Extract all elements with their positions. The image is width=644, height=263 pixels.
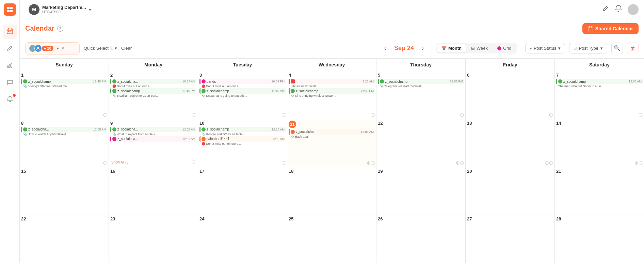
trash-button[interactable]: 🗑 bbox=[627, 43, 639, 54]
export-icon-3[interactable]: ⬡ bbox=[281, 112, 286, 118]
date-14: 14 bbox=[556, 121, 643, 126]
export-icon-11[interactable]: ⬡ bbox=[371, 160, 375, 166]
compose-header-icon[interactable] bbox=[602, 5, 609, 14]
add-icon-13[interactable]: ⊕ bbox=[545, 160, 549, 166]
event-8-1[interactable]: z_socialcha... 12:05 AM bbox=[21, 127, 107, 132]
export-icon-10[interactable]: ⬡ bbox=[281, 160, 286, 166]
export-icon-5[interactable]: ⬡ bbox=[460, 112, 464, 118]
search-button[interactable]: 🔍 bbox=[611, 43, 623, 54]
event-icon-11-1 bbox=[291, 130, 295, 134]
export-icon-8[interactable]: ⬡ bbox=[103, 160, 107, 166]
help-icon[interactable]: ? bbox=[57, 26, 63, 32]
cell-sep-6: 6 ⬡ bbox=[466, 71, 555, 119]
cell-sep-19: 19 bbox=[376, 167, 466, 215]
event-2-1[interactable]: z_socialcha... 10:54 AM bbox=[110, 79, 196, 84]
event-3-2[interactable]: z_socialchamp 11:45 PM bbox=[199, 88, 286, 94]
export-icon-1[interactable]: ⬡ bbox=[103, 112, 107, 118]
day-header-sunday: Sunday bbox=[20, 59, 109, 71]
grid-view-button[interactable]: Grid bbox=[493, 44, 516, 52]
event-desc-icon-8-1: 📎 bbox=[23, 133, 27, 136]
sidebar-item-chat[interactable] bbox=[3, 76, 17, 90]
export-icon-7[interactable]: ⬡ bbox=[639, 112, 643, 118]
app-logo[interactable] bbox=[4, 3, 16, 16]
export-icon-14[interactable]: ⬡ bbox=[639, 160, 643, 166]
cell-sep-27: 27 bbox=[466, 215, 555, 263]
event-1-1[interactable]: z_socialchamp 11:45 PM bbox=[21, 79, 107, 84]
quick-select[interactable]: Quick Select ⓘ ▾ bbox=[84, 46, 117, 51]
quick-select-info-icon: ⓘ bbox=[110, 46, 113, 51]
cell-2-footer: ⬡ bbox=[110, 111, 196, 118]
export-icon-2[interactable]: ⬡ bbox=[192, 112, 196, 118]
shared-calendar-button[interactable]: Shared Calendar bbox=[582, 23, 639, 34]
sidebar-item-notifications[interactable] bbox=[3, 93, 17, 107]
event-desc-icon-2-2: 📎 bbox=[112, 94, 116, 97]
event-desc-icon-9-1: 📎 bbox=[112, 133, 116, 136]
add-icon-14[interactable]: ⊕ bbox=[634, 160, 639, 166]
event-11-1[interactable]: z_socialcha... 12:06 AM bbox=[289, 129, 375, 135]
event-desc-icon-11-1: 📎 bbox=[291, 135, 294, 138]
workspace-selector[interactable]: M Marketing Departm... UTC-07:00 ▾ bbox=[25, 2, 95, 17]
event-name-7-1: z_socialchamp bbox=[563, 80, 628, 83]
notification-badge bbox=[13, 94, 16, 97]
event-5-1[interactable]: z_socialchamp 11:55 PM bbox=[378, 79, 464, 84]
week-view-icon: ⊞ bbox=[471, 46, 475, 51]
month-view-label: Month bbox=[448, 46, 462, 51]
export-icon-13[interactable]: ⬡ bbox=[549, 160, 553, 166]
event-2-2[interactable]: z_socialchamp 11:45 PM bbox=[110, 88, 196, 94]
clear-button[interactable]: Clear bbox=[121, 46, 132, 51]
date-23: 23 bbox=[110, 216, 196, 221]
event-3-1[interactable]: bands 10:09 PM bbox=[199, 79, 286, 84]
shared-calendar-label: Shared Calendar bbox=[595, 26, 633, 31]
event-9-2[interactable]: z_socialcha... 12:09 AM bbox=[110, 136, 196, 142]
sidebar-item-calendar[interactable] bbox=[3, 25, 17, 39]
event-10-2[interactable]: zainabadil1441 6:05 AM bbox=[199, 136, 286, 142]
event-time-5-1: 11:55 PM bbox=[450, 80, 463, 83]
export-icon-6[interactable]: ⬡ bbox=[549, 112, 553, 118]
cell-11-footer: ⊕ ⬡ bbox=[289, 159, 375, 166]
add-icon-12[interactable]: ⊕ bbox=[456, 160, 460, 166]
event-desc-2-1: 🔴 Donut miss out on our s... bbox=[110, 84, 196, 88]
show-all-9[interactable]: Show All (3) bbox=[111, 160, 129, 164]
week-view-button[interactable]: ⊞ Week bbox=[467, 44, 492, 52]
event-name-8-1: z_socialcha... bbox=[28, 127, 92, 131]
svg-rect-2 bbox=[7, 10, 10, 12]
event-4-1[interactable]: 3:28 AM bbox=[289, 79, 375, 84]
month-view-button[interactable]: 📅 Month bbox=[437, 44, 466, 52]
view-selector: 📅 Month ⊞ Week Grid bbox=[436, 43, 517, 53]
add-icon-11[interactable]: ⊕ bbox=[367, 160, 371, 166]
event-name-5-1: z_socialchamp bbox=[385, 80, 449, 83]
account-filter-clear-icon[interactable]: ✕ bbox=[61, 46, 65, 51]
export-icon-4[interactable]: ⬡ bbox=[371, 112, 375, 118]
event-name-2-1: z_socialcha... bbox=[117, 80, 181, 83]
account-filter[interactable]: + 10 ▾ ✕ bbox=[25, 42, 80, 55]
user-avatar[interactable] bbox=[628, 4, 639, 15]
export-icon-12[interactable]: ⬡ bbox=[460, 160, 464, 166]
top-header: M Marketing Departm... UTC-07:00 ▾ bbox=[20, 0, 644, 19]
toolbar-divider-2 bbox=[521, 43, 521, 53]
sidebar-item-analytics[interactable] bbox=[3, 59, 17, 73]
bell-header-icon[interactable] bbox=[615, 5, 622, 14]
cell-14-footer: ⊕ ⬡ bbox=[556, 159, 643, 166]
event-time-3-1: 10:09 PM bbox=[271, 80, 285, 83]
avatar-2 bbox=[34, 45, 42, 52]
event-4-2[interactable]: z_socialchamp 11:50 PM bbox=[289, 88, 375, 94]
workspace-info: Marketing Departm... UTC-07:00 bbox=[42, 5, 86, 14]
search-icon: 🔍 bbox=[614, 45, 621, 51]
event-7-1[interactable]: z_socialchamp 12:00 AM bbox=[556, 79, 643, 84]
next-month-button[interactable]: › bbox=[418, 44, 428, 53]
cell-sep-8: 8 z_socialcha... 12:05 AM 📎 How to watch… bbox=[20, 119, 109, 167]
date-27: 27 bbox=[467, 216, 553, 221]
event-time-9-1: 12:05 AM bbox=[182, 128, 195, 131]
post-status-dropdown[interactable]: ≡ Post Status ▾ bbox=[525, 43, 565, 53]
event-9-1[interactable]: z_socialcha... 12:05 AM bbox=[110, 127, 196, 132]
prev-month-button[interactable]: ‹ bbox=[381, 44, 390, 53]
svg-rect-1 bbox=[10, 7, 13, 9]
cell-13-footer: ⊕ ⬡ bbox=[467, 159, 553, 166]
post-type-dropdown[interactable]: ⊟ Post Type ▾ bbox=[569, 43, 607, 53]
export-icon-9[interactable]: ⬡ bbox=[191, 159, 195, 164]
event-name-11-1: z_socialcha... bbox=[296, 130, 360, 134]
sidebar-item-compose[interactable] bbox=[3, 42, 17, 56]
svg-rect-11 bbox=[9, 64, 10, 67]
calendar-title-group: Calendar ? bbox=[25, 25, 63, 32]
event-10-1[interactable]: z_socialchamp 12:10 AM bbox=[199, 127, 286, 132]
